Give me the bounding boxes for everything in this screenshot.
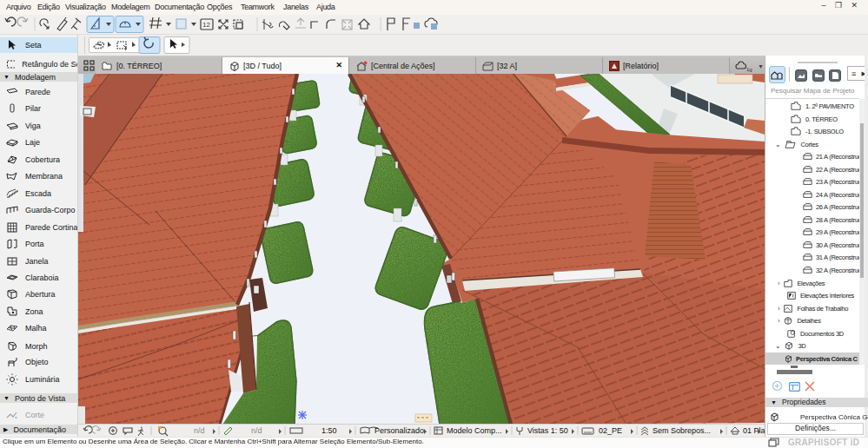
svg-text:n/d: n/d — [194, 426, 205, 435]
svg-text:01 Planta do E...: 01 Planta do E... — [743, 426, 765, 435]
svg-text:Sem Sobrepos...: Sem Sobrepos... — [653, 426, 711, 435]
svg-text:1:50: 1:50 — [321, 426, 337, 435]
svg-text:n/d: n/d — [251, 426, 262, 435]
svg-text:Vistas 1: 50: Vistas 1: 50 — [527, 426, 568, 435]
svg-text:12: 12 — [202, 21, 210, 29]
svg-text:1g: 1g — [746, 67, 752, 72]
svg-text:02_PE: 02_PE — [599, 426, 622, 435]
svg-text:Modelo Comp...: Modelo Comp... — [447, 426, 502, 435]
svg-text:Personalizado: Personalizado — [374, 426, 424, 435]
